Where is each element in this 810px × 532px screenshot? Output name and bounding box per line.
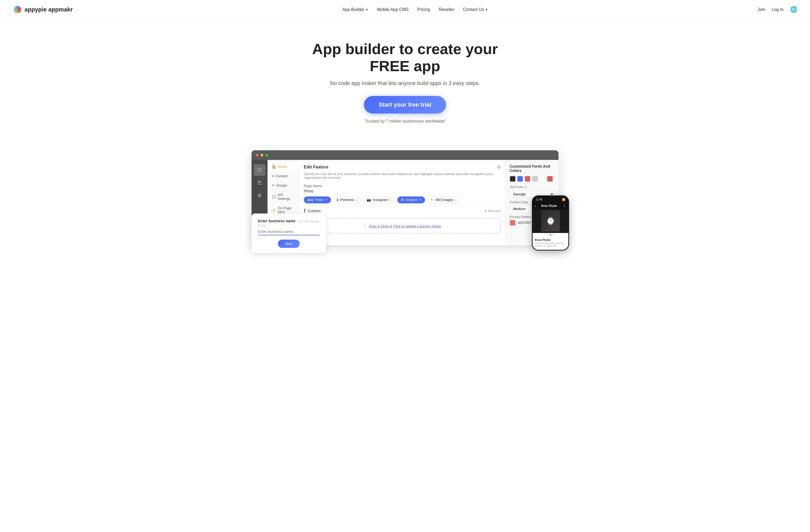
iap-icon: 📋 [272,195,276,198]
phone-time: 11:45 [536,198,542,201]
integration-360[interactable]: ↻ 360 Images + [427,196,460,203]
nav-item-app-builder[interactable]: App Builder ▼ [342,7,369,12]
hero-subtitle: No code app maker that lets anyone build… [330,80,480,86]
phone-back-icon[interactable]: ‹ [535,204,536,208]
phone-dots [533,233,568,237]
home-icon: 🏠 [272,165,276,169]
minimize-dot [261,154,263,157]
phone-image-area: ⌚ [533,209,568,233]
edit-feature-title: Edit Feature [304,165,328,170]
phone-screen: ‹ Brian Phyfar ⋮ ⌚ Bri [533,203,568,250]
remove-flickr-icon[interactable]: ✕ [325,198,327,201]
integration-pinterest[interactable]: ● Pinterest + [333,196,361,203]
phone-signal-icon: 📶 [562,198,565,201]
phone-status-bar: 11:45 📶 [533,196,568,203]
color-swatch-dark[interactable] [510,176,516,182]
integration-bar: ⊕⊕ Flickr ✕ ● Pinterest + 📷 Instagram [304,196,501,203]
dropdown-arrow-icon: ▼ [366,8,369,11]
nav-right: Join Log In 🌐 [758,6,797,13]
nav-item-pricing[interactable]: Pricing [417,7,430,12]
feature-nav-home[interactable]: 🏠 Home [268,162,299,172]
phone-brand: Brian Phyfar [541,205,557,207]
phone-dot-3 [552,234,554,235]
360-icon: ↻ [431,198,434,202]
business-card-title: Enter business name You can change it la… [258,219,320,227]
feature-nav-design[interactable]: ✏ Design [268,181,299,190]
text-font-label: Text Font ⓘ [510,185,554,190]
primary-color-swatch[interactable] [510,220,516,226]
phone-content-desc: duplicate code stripe checkout function … [535,242,566,247]
instagram-icon: 📷 [367,198,371,202]
edit-feature-desc: Specify the core line of your business, … [304,172,501,180]
add-instagram-icon[interactable]: + [390,198,392,202]
sidebar-icon-layers[interactable]: ⬡ [254,164,265,176]
nav-item-mobile-cms[interactable]: Mobile App CMS [377,7,408,12]
remove-custom-icon[interactable]: ✕ [419,198,422,201]
custom-icon: ⚙ [401,198,404,202]
phone-menu-icon[interactable]: ⋮ [563,204,566,208]
color-swatch-white[interactable] [539,176,546,182]
content-icon: ≡ [272,174,274,178]
page-name-row: Page Name Photo [304,184,501,193]
gear-icon[interactable]: ⚙ [497,164,501,170]
color-swatches [510,176,554,182]
social-label: Custom [308,209,482,213]
join-link[interactable]: Join [758,7,765,12]
page-name-label: Page Name [304,184,501,188]
start-trial-button[interactable]: Start your free trial [364,96,446,114]
expand-dot [265,154,268,157]
integration-flickr[interactable]: ⊕⊕ Flickr ✕ [304,196,331,203]
feature-nav-iap[interactable]: 📋 IAP Settings [268,190,299,203]
sidebar-icon-menu[interactable]: ☰ [254,177,265,189]
next-button[interactable]: Next [278,240,300,248]
color-swatch-gray[interactable] [532,176,538,182]
logo[interactable]: appypie appmakr [13,5,73,14]
sidebar-icon-settings[interactable]: ⚙ [254,190,265,201]
business-card-title-text: Enter business name [258,219,295,223]
hero-section: App builder to create your FREE app No c… [0,19,810,150]
color-swatch-red2[interactable] [547,176,553,182]
logo-text: appypie appmakr [25,6,73,13]
integration-instagram[interactable]: 📷 Instagram + [363,196,395,203]
login-link[interactable]: Log In [772,7,783,12]
custom-panel-title: Customized Fonts And Colors [510,164,554,173]
business-name-input[interactable] [258,228,320,235]
nav-links: App Builder ▼ Mobile App CMS Pricing Res… [342,7,488,12]
page-name-value: Photo [304,189,501,193]
upload-rest: to upload a banner image [402,224,441,228]
upload-text: Drag & Drop or [369,224,392,228]
design-icon: ✏ [272,183,275,187]
upload-area[interactable]: + Drag & Drop or Click to upload a banne… [304,218,501,233]
add-360-icon[interactable]: + [455,198,457,202]
color-swatch-blue[interactable] [517,176,523,182]
social-row: f Custom ✕ Remove [304,206,501,216]
globe-icon[interactable]: 🌐 [790,6,797,13]
phone-content-area: Brian Phyfar duplicate code stripe check… [533,237,568,250]
remove-social-button[interactable]: ✕ Remove [484,209,501,213]
add-pinterest-icon[interactable]: + [355,198,358,202]
close-dot [256,154,258,157]
nav-item-contact[interactable]: Contact Us ▼ [463,7,488,12]
upload-icon: + [364,223,367,228]
integration-custom[interactable]: ⚙ Custom ✕ [397,196,425,203]
hero-title: App builder to create your FREE app [298,41,512,75]
edit-panel-header: Edit Feature ⚙ [304,164,501,170]
pinterest-icon: ● [337,198,339,202]
upload-link[interactable]: Click [393,224,401,228]
primary-btn-hex: #ED7057 [518,221,531,225]
browser-bar [252,150,558,160]
navbar: appypie appmakr App Builder ▼ Mobile App… [0,0,810,19]
phone-mockup: 11:45 📶 ‹ Brian Phyfar ⋮ ⌚ [532,195,569,251]
color-swatch-red[interactable] [525,176,531,182]
business-name-card: Enter business name You can change it la… [252,213,326,253]
phone-dot-1 [548,234,549,235]
watch-image: ⌚ [541,210,560,231]
mockup-wrapper: ⬡ ☰ ⚙ 🖼 🏠 Home ≡ Content [245,150,565,261]
dropdown-arrow-contact-icon: ▼ [485,8,488,11]
feature-nav-content[interactable]: ≡ Content [268,172,299,181]
phone-dot-2 [550,234,551,235]
seo-icon: ⚡ [272,208,276,212]
nav-item-reseller[interactable]: Reseller [439,7,455,12]
flickr-icon: ⊕⊕ [307,198,313,202]
edit-panel: Edit Feature ⚙ Specify the core line of … [299,160,505,245]
